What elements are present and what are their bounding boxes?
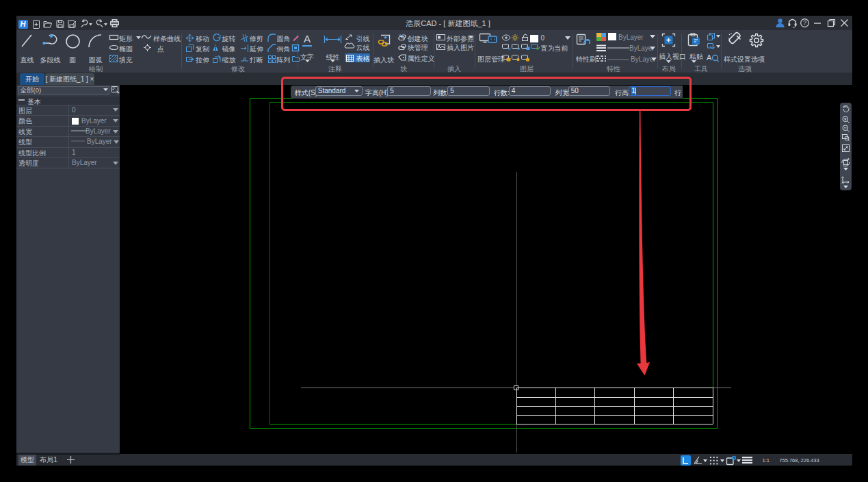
svg-text:?: ?	[803, 19, 806, 26]
svg-text:A: A	[707, 53, 712, 62]
svg-text:A: A	[304, 33, 311, 45]
